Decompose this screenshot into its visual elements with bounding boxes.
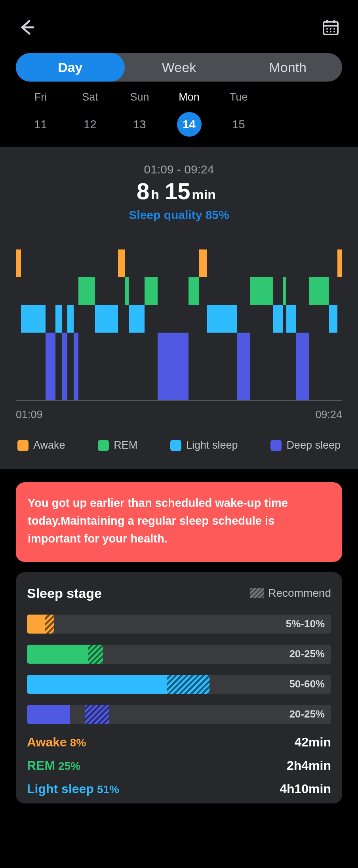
stat-pct: 51% — [97, 783, 119, 796]
legend-rem: REM — [98, 439, 137, 451]
hypno-segment-rem — [78, 277, 95, 305]
date-num: 15 — [227, 112, 251, 137]
hypno-segment-light — [129, 305, 144, 333]
hypno-segment-deep — [158, 333, 189, 400]
date-col-14[interactable]: Mon14 — [164, 91, 214, 137]
date-row: Fri11Sat12Sun13Mon14Tue15 — [0, 89, 358, 147]
svg-point-5 — [326, 28, 328, 30]
hypno-segment-light — [21, 305, 46, 333]
hypno-segment-light — [286, 305, 296, 333]
date-col-12[interactable]: Sat12 — [65, 91, 115, 137]
date-col-15[interactable]: Tue15 — [214, 91, 263, 137]
stage-bar-deep: 20-25% — [27, 705, 331, 724]
hypno-segment-deep — [62, 333, 67, 400]
time-range: 01:09 - 09:24 — [16, 163, 342, 176]
tab-month[interactable]: Month — [233, 53, 342, 82]
dow-label: Mon — [179, 91, 200, 103]
legend-light: Light sleep — [170, 439, 238, 451]
svg-point-7 — [333, 28, 335, 30]
stat-duration: 2h4min — [287, 758, 331, 773]
hypno-segment-awake — [118, 249, 125, 277]
stat-pct: 8% — [70, 737, 86, 749]
chart-x-axis — [16, 400, 342, 401]
stage-bar-light: 50-60% — [27, 675, 331, 694]
alert-banner: You got up earlier than scheduled wake-u… — [16, 482, 342, 562]
sleep-summary-panel: 01:09 - 09:24 8h15min Sleep quality 85% … — [0, 147, 358, 469]
hypno-segment-light — [95, 305, 118, 333]
x-tick-end: 09:24 — [315, 409, 342, 421]
svg-point-10 — [333, 31, 335, 32]
stage-bar-range: 20-25% — [289, 708, 325, 720]
stat-label: Awake — [27, 735, 67, 750]
hypno-segment-rem — [145, 277, 158, 305]
calendar-icon[interactable] — [322, 18, 340, 36]
hatch-icon — [250, 588, 264, 598]
hypno-segment-light — [67, 305, 74, 333]
hypno-segment-rem — [309, 277, 329, 305]
back-icon[interactable] — [18, 19, 36, 36]
date-col-13[interactable]: Sun13 — [115, 91, 164, 137]
stage-bar-rem: 20-25% — [27, 645, 331, 664]
stage-bar-awake: 5%-10% — [27, 615, 331, 634]
chart-legend: Awake REM Light sleep Deep sleep — [16, 439, 342, 451]
svg-point-8 — [326, 31, 328, 32]
stat-label: REM — [27, 758, 55, 773]
hypno-segment-awake — [16, 249, 21, 277]
date-num: 11 — [29, 112, 53, 137]
tab-day[interactable]: Day — [16, 53, 125, 82]
sleep-stage-card: Sleep stage Recommend 5%-10%20-25%50-60%… — [16, 572, 342, 803]
hypno-segment-light — [55, 305, 62, 333]
hypno-segment-awake — [337, 249, 342, 277]
card-title: Sleep stage — [27, 586, 102, 601]
date-num: 13 — [128, 112, 152, 137]
date-num: 12 — [78, 112, 103, 137]
tab-week[interactable]: Week — [125, 53, 234, 82]
stat-rem: REM25%2h4min — [27, 758, 331, 773]
recommend-legend: Recommend — [250, 587, 331, 600]
hypno-segment-rem — [125, 277, 129, 305]
sleep-quality: Sleep quality 85% — [16, 208, 342, 222]
hypno-segment-rem — [189, 277, 199, 305]
stage-bar-range: 5%-10% — [286, 618, 325, 630]
total-sleep: 8h15min — [16, 178, 342, 204]
hypno-segment-awake — [199, 249, 207, 277]
hypnogram-chart — [16, 249, 342, 400]
legend-deep: Deep sleep — [270, 439, 341, 451]
stage-bar-range: 20-25% — [289, 648, 325, 660]
hypno-segment-rem — [250, 277, 273, 305]
hypno-segment-light — [329, 305, 338, 333]
stage-bar-range: 50-60% — [289, 678, 325, 690]
stat-duration: 42min — [295, 735, 331, 750]
x-tick-start: 01:09 — [16, 409, 43, 421]
date-num: 14 — [177, 112, 202, 137]
hypno-segment-deep — [296, 333, 309, 400]
hypno-segment-deep — [237, 333, 250, 400]
hypno-segment-light — [273, 305, 283, 333]
date-col-11[interactable]: Fri11 — [16, 91, 65, 137]
svg-point-9 — [330, 31, 331, 32]
dow-label: Sat — [82, 91, 98, 103]
period-tabs: Day Week Month — [16, 53, 342, 82]
hypno-segment-rem — [283, 277, 286, 305]
hypno-segment-light — [207, 305, 237, 333]
dow-label: Sun — [130, 91, 149, 103]
stat-pct: 25% — [58, 760, 80, 773]
stat-light: Light sleep51%4h10min — [27, 782, 331, 796]
stat-label: Light sleep — [27, 782, 94, 796]
hypno-segment-deep — [74, 333, 78, 400]
stat-duration: 4h10min — [280, 782, 331, 796]
hypno-segment-deep — [46, 333, 55, 400]
stat-awake: Awake8%42min — [27, 735, 331, 750]
legend-awake: Awake — [17, 439, 65, 451]
svg-point-6 — [330, 28, 331, 30]
dow-label: Fri — [34, 91, 47, 103]
dow-label: Tue — [230, 91, 248, 103]
